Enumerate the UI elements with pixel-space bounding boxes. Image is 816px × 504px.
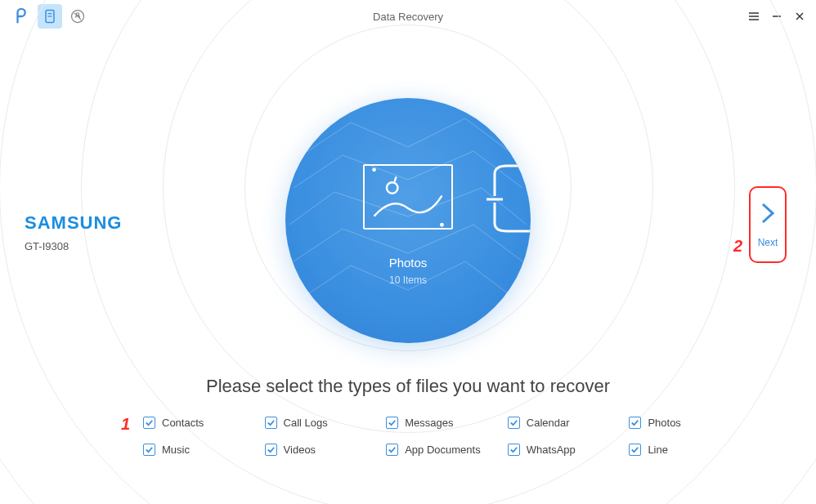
data-recovery-tab-icon[interactable] <box>38 4 62 29</box>
minimize-icon[interactable] <box>770 10 783 23</box>
file-type-checkbox-grid: ContactsCall LogsMessagesCalendarPhotosM… <box>143 417 751 456</box>
checkbox-box[interactable] <box>386 417 398 429</box>
checkbox-music[interactable]: Music <box>143 444 265 456</box>
device-info: SAMSUNG GT-I9308 <box>25 212 122 252</box>
category-preview-circle[interactable]: Photos 10 Items <box>285 98 531 343</box>
checkbox-label: WhatsApp <box>527 444 576 456</box>
checkbox-line[interactable]: Line <box>629 444 751 456</box>
checkbox-calendar[interactable]: Calendar <box>508 417 630 429</box>
svg-point-15 <box>440 222 444 226</box>
menu-icon[interactable] <box>747 10 760 23</box>
checkbox-box[interactable] <box>265 444 277 456</box>
svg-point-14 <box>372 167 376 172</box>
close-icon[interactable] <box>793 10 806 23</box>
svg-line-5 <box>74 13 81 20</box>
checkbox-box[interactable] <box>265 417 277 429</box>
header-bar: Data Recovery <box>0 0 816 33</box>
checkbox-label: Call Logs <box>284 417 328 429</box>
backup-tab-icon[interactable] <box>65 4 90 29</box>
svg-line-13 <box>395 176 397 181</box>
checkbox-label: Contacts <box>162 417 204 429</box>
next-button[interactable]: Next <box>749 186 787 263</box>
chevron-right-icon <box>758 201 778 225</box>
checkbox-label: Line <box>648 444 668 456</box>
checkbox-box[interactable] <box>143 444 155 456</box>
svg-point-12 <box>387 182 397 193</box>
next-category-peek-icon <box>486 162 531 235</box>
checkbox-label: Music <box>162 444 190 456</box>
checkbox-videos[interactable]: Videos <box>265 444 387 456</box>
checkbox-box[interactable] <box>508 417 520 429</box>
checkbox-app-documents[interactable]: App Documents <box>386 444 508 456</box>
next-button-label: Next <box>758 237 778 248</box>
checkbox-label: Calendar <box>527 417 570 429</box>
checkbox-label: Messages <box>405 417 453 429</box>
checkbox-whatsapp[interactable]: WhatsApp <box>508 444 630 456</box>
checkbox-messages[interactable]: Messages <box>386 417 508 429</box>
checkbox-contacts[interactable]: Contacts <box>143 417 265 429</box>
checkbox-label: Photos <box>648 417 680 429</box>
photos-icon <box>363 164 453 230</box>
annotation-step-2: 2 <box>733 237 742 256</box>
checkbox-box[interactable] <box>508 444 520 456</box>
checkbox-box[interactable] <box>629 444 641 456</box>
checkbox-box[interactable] <box>386 444 398 456</box>
checkbox-photos[interactable]: Photos <box>629 417 751 429</box>
device-brand-label: SAMSUNG <box>25 212 122 234</box>
app-logo-icon[interactable] <box>10 4 34 29</box>
window-title: Data Recovery <box>373 11 443 23</box>
checkbox-box[interactable] <box>629 417 641 429</box>
checkbox-box[interactable] <box>143 417 155 429</box>
checkbox-label: Videos <box>284 444 316 456</box>
instruction-text: Please select the types of files you wan… <box>206 376 610 397</box>
checkbox-call-logs[interactable]: Call Logs <box>265 417 387 429</box>
checkbox-label: App Documents <box>405 444 481 456</box>
device-model-label: GT-I9308 <box>25 240 122 252</box>
annotation-step-1: 1 <box>121 415 130 434</box>
